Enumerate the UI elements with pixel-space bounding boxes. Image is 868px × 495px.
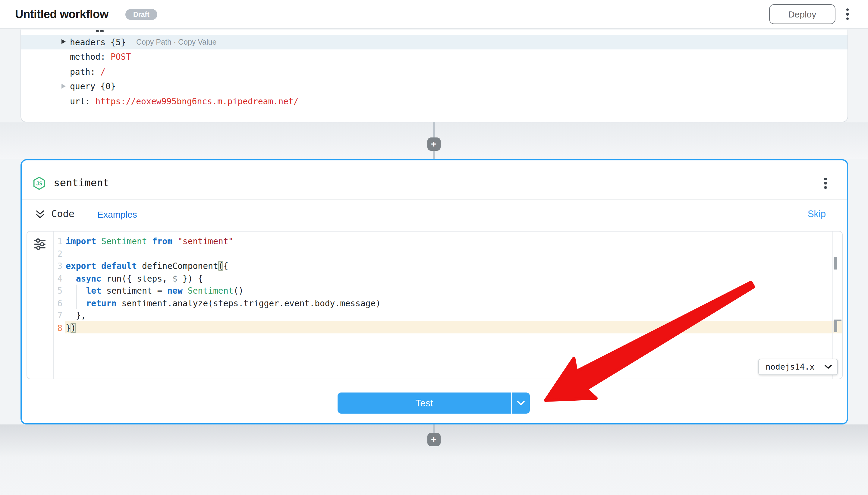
- chevron-down-icon: [824, 364, 832, 369]
- event-key: url:: [70, 96, 90, 106]
- event-key: path:: [70, 67, 95, 76]
- line-number: 2: [53, 248, 63, 260]
- skip-link[interactable]: Skip: [808, 209, 826, 220]
- top-header: Untitled workflow Draft Deploy: [0, 0, 868, 29]
- editor-icon-gutter: [27, 231, 53, 379]
- nodejs-icon: JS: [33, 176, 46, 190]
- code-line-7: },: [66, 309, 381, 322]
- event-key: method:: [70, 52, 105, 62]
- expand-triangle-icon[interactable]: [61, 39, 65, 44]
- event-inspector-panel: headers {5}Copy Path · Copy Valuemethod:…: [20, 29, 848, 122]
- test-split-button: Test: [337, 393, 530, 414]
- line-number: 3: [53, 260, 63, 272]
- runtime-value: nodejs14.x: [765, 362, 815, 371]
- expand-triangle-icon[interactable]: [61, 84, 65, 89]
- scrollbar-thumb[interactable]: [834, 257, 837, 269]
- collapse-chevrons-icon[interactable]: [35, 210, 44, 220]
- indent-guide: [76, 285, 76, 309]
- runtime-select[interactable]: nodejs14.x: [758, 358, 838, 375]
- draft-badge: Draft: [125, 9, 157, 20]
- copy-path-copy-value-links[interactable]: Copy Path · Copy Value: [136, 35, 216, 49]
- event-value: /: [100, 67, 105, 76]
- event-value: https://eoxew995bng6ncs.m.pipedream.net/: [95, 96, 298, 106]
- code-section-header: Code Examples Skip: [21, 199, 847, 231]
- event-key: query {0}: [70, 81, 116, 91]
- step-card-header: JS sentiment: [21, 160, 847, 200]
- connector-line-lower: [433, 424, 435, 433]
- line-number: 4: [53, 272, 63, 285]
- line-number: 8: [53, 322, 63, 334]
- code-content[interactable]: import Sentiment from "sentiment" export…: [66, 235, 381, 334]
- svg-text:JS: JS: [36, 180, 42, 186]
- line-number: 5: [53, 285, 63, 297]
- code-line-8: }): [66, 322, 381, 334]
- code-section-label: Code: [51, 208, 74, 220]
- editor-scrollbar[interactable]: [832, 231, 842, 379]
- event-row-headers[interactable]: headers {5}Copy Path · Copy Value: [21, 35, 847, 49]
- step-title: sentiment: [54, 176, 109, 188]
- step-card-sentiment: JS sentiment Code Examples Skip: [20, 159, 848, 424]
- test-button[interactable]: Test: [337, 393, 511, 414]
- workflow-page: Untitled workflow Draft Deploy headers {…: [0, 0, 868, 495]
- code-line-3: export default defineComponent({: [66, 260, 381, 272]
- code-line-2: [66, 248, 381, 260]
- line-number: 7: [53, 309, 63, 322]
- test-options-button[interactable]: [512, 393, 530, 414]
- scrollbar-thumb[interactable]: [834, 320, 837, 332]
- code-line-1: import Sentiment from "sentiment": [66, 235, 381, 248]
- code-line-6: return sentiment.analyze(steps.trigger.e…: [66, 297, 381, 309]
- code-line-4: async run({ steps, $ }) {: [66, 272, 381, 285]
- editor-settings-icon[interactable]: [33, 237, 46, 251]
- event-row-path: path: /: [21, 64, 847, 79]
- line-number: 6: [53, 297, 63, 309]
- deploy-button[interactable]: Deploy: [769, 4, 835, 24]
- event-row-url: url: https://eoxew995bng6ncs.m.pipedream…: [21, 94, 847, 108]
- workflow-menu-icon[interactable]: [844, 6, 851, 22]
- add-step-button-upper[interactable]: +: [427, 137, 440, 150]
- line-number-gutter: 12345678: [53, 235, 63, 334]
- event-row-query[interactable]: query {0}: [21, 79, 847, 94]
- code-line-5: let sentiment = new Sentiment(): [66, 285, 381, 297]
- indent-guide: [66, 272, 66, 322]
- event-row-method: method: POST: [21, 49, 847, 64]
- examples-link[interactable]: Examples: [97, 209, 137, 220]
- line-number: 1: [53, 235, 63, 248]
- clipped-row-fragment: [21, 29, 847, 35]
- event-value: POST: [110, 52, 131, 62]
- add-step-button-lower[interactable]: +: [427, 433, 440, 446]
- code-editor[interactable]: 12345678 import Sentiment from "sentimen…: [27, 231, 843, 379]
- chevron-down-icon: [517, 400, 525, 406]
- event-key: headers {5}: [70, 37, 126, 47]
- workflow-title: Untitled workflow: [15, 7, 108, 21]
- step-menu-icon[interactable]: [822, 175, 829, 191]
